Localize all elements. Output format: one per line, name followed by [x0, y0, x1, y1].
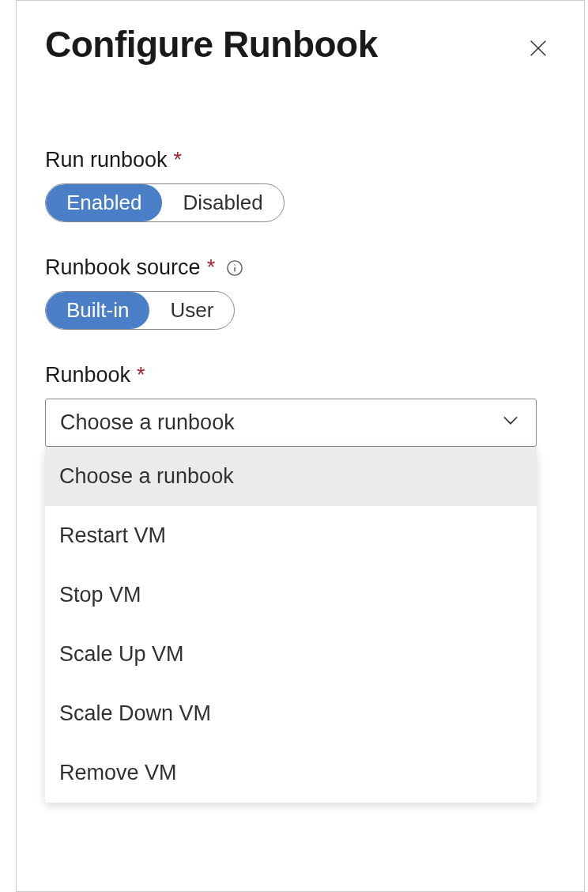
runbook-selected-value: Choose a runbook [60, 410, 235, 435]
runbook-dropdown: Choose a runbook Choose a runbook Restar… [45, 399, 537, 447]
runbook-option-scale-up-vm[interactable]: Scale Up VM [45, 625, 537, 684]
svg-point-4 [234, 264, 235, 265]
page-title: Configure Runbook [45, 23, 378, 66]
info-icon[interactable] [226, 259, 243, 277]
runbook-field: Runbook * Choose a runbook Choose a runb… [45, 363, 556, 447]
runbook-source-builtin-option[interactable]: Built-in [46, 292, 149, 329]
run-runbook-field: Run runbook * Enabled Disabled [45, 148, 556, 222]
chevron-down-icon [499, 409, 522, 437]
required-indicator: * [207, 255, 216, 280]
runbook-option-restart-vm[interactable]: Restart VM [45, 506, 537, 565]
run-runbook-toggle: Enabled Disabled [45, 183, 285, 222]
run-runbook-disabled-option[interactable]: Disabled [162, 184, 283, 221]
runbook-source-label: Runbook source * [45, 255, 556, 280]
runbook-option-choose[interactable]: Choose a runbook [45, 447, 537, 506]
run-runbook-label: Run runbook * [45, 148, 556, 172]
run-runbook-label-text: Run runbook [45, 148, 168, 172]
runbook-source-toggle: Built-in User [45, 291, 235, 330]
close-icon [527, 37, 549, 62]
close-button[interactable] [521, 31, 556, 69]
run-runbook-enabled-option[interactable]: Enabled [46, 184, 162, 221]
runbook-dropdown-list: Choose a runbook Restart VM Stop VM Scal… [45, 447, 537, 803]
runbook-dropdown-trigger[interactable]: Choose a runbook [45, 399, 537, 447]
runbook-option-remove-vm[interactable]: Remove VM [45, 743, 537, 803]
runbook-source-label-text: Runbook source [45, 255, 201, 280]
configure-runbook-panel: Configure Runbook Run runbook * Enabled … [16, 0, 585, 892]
runbook-source-user-option[interactable]: User [149, 292, 234, 329]
required-indicator: * [174, 148, 183, 172]
runbook-label: Runbook * [45, 363, 556, 387]
required-indicator: * [137, 363, 145, 387]
runbook-label-text: Runbook [45, 363, 130, 387]
runbook-source-field: Runbook source * Built-in User [45, 255, 556, 330]
runbook-option-stop-vm[interactable]: Stop VM [45, 565, 537, 625]
runbook-option-scale-down-vm[interactable]: Scale Down VM [45, 684, 537, 743]
panel-header: Configure Runbook [45, 23, 556, 69]
